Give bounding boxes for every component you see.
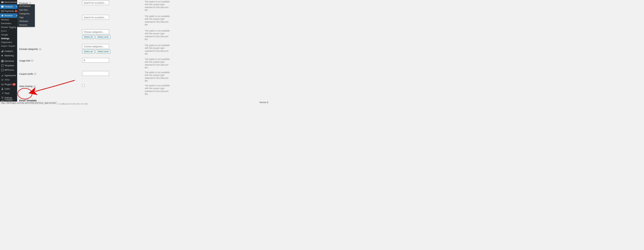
products-flyout: All Products Add New Categories Tags Att… <box>17 4 35 27</box>
sidebar-item-appearance[interactable]: Appearance <box>0 73 17 78</box>
sidebar-label: Marketing <box>4 54 14 57</box>
help-icon[interactable] <box>33 85 36 88</box>
sidebar-label: Reviews <box>4 14 12 17</box>
svg-point-18 <box>2 97 2 98</box>
chart-bar-icon <box>1 50 4 53</box>
svg-rect-4 <box>1 11 4 11</box>
sidebar-label: WPForms <box>4 69 14 71</box>
archive-icon <box>1 5 4 8</box>
svg-rect-0 <box>1 1 4 3</box>
sidebar-sub-diagnostics[interactable]: Diagnostics <box>0 40 17 44</box>
help-icon[interactable] <box>29 2 31 4</box>
sidebar-item-wpforms[interactable]: WPForms <box>0 68 17 72</box>
sidebar-item-marketing[interactable]: Marketing <box>0 53 17 58</box>
sidebar-sub-google[interactable]: Google <box>0 33 17 37</box>
note-unavailable: The option is not available with the cou… <box>145 15 170 26</box>
emails-link[interactable]: Emails <box>77 103 84 104</box>
svg-rect-11 <box>2 61 3 61</box>
categories-input[interactable] <box>82 29 109 34</box>
plug-icon <box>1 83 4 86</box>
help-icon[interactable] <box>39 48 41 50</box>
sidebar-sub-qa[interactable]: Q & A <box>0 29 17 33</box>
star-icon <box>1 14 4 17</box>
admin-sidebar: WooCommerce Products Payments 1 Reviews … <box>0 0 17 104</box>
sidebar-item-yith[interactable]: YITH <box>0 78 17 82</box>
svg-rect-15 <box>1 69 4 71</box>
flyout-categories[interactable]: Categories <box>17 12 35 15</box>
sidebar-item-tools[interactable]: Tools <box>0 91 17 96</box>
svg-rect-3 <box>1 10 4 12</box>
svg-rect-7 <box>2 51 2 52</box>
svg-rect-10 <box>2 61 2 62</box>
sidebar-item-elementor[interactable]: Elementor <box>0 59 17 63</box>
sidebar-item-templates[interactable]: Templates <box>0 63 17 68</box>
sidebar-label: YITH <box>4 79 9 81</box>
sidebar-item-plugins[interactable]: Plugins 15 <box>0 82 17 87</box>
version-text: Version 6 <box>259 101 268 104</box>
user-icon <box>1 88 4 90</box>
brush-icon <box>1 74 4 77</box>
sidebar-sub-reviews[interactable]: Reviews <box>0 18 17 21</box>
flyout-tags[interactable]: Tags <box>17 15 35 19</box>
svg-rect-8 <box>3 50 3 52</box>
sidebar-label: Products <box>4 5 13 8</box>
elementor-icon <box>1 60 4 62</box>
sidebar-item-reviews[interactable]: Reviews <box>0 13 17 18</box>
sidebar-label: Users <box>4 88 10 90</box>
sidebar-item-payments[interactable]: Payments 1 <box>0 9 17 13</box>
products-search-input-2[interactable] <box>82 15 109 20</box>
svg-rect-12 <box>2 61 3 61</box>
megaphone-icon <box>1 54 4 57</box>
sidebar-item-analytics[interactable]: Analytics <box>0 49 17 53</box>
sidebar-sub-reminders[interactable]: Reminders <box>0 21 17 25</box>
select-all-button[interactable]: Select all <box>82 35 94 39</box>
yith-icon <box>1 79 4 81</box>
svg-point-16 <box>2 88 3 89</box>
label-exclude-categories: Exclude categories <box>19 48 38 50</box>
main-content: Products The option is not available wit… <box>17 0 269 104</box>
sidebar-item-products[interactable]: Products <box>0 4 17 9</box>
sidebar-sub-settings[interactable]: Settings <box>0 37 17 40</box>
badge: 1 <box>15 10 17 12</box>
form-row-products: Products The option is not available wit… <box>19 0 267 11</box>
svg-rect-6 <box>1 51 2 52</box>
note-unavailable: The option is not available with the cou… <box>145 58 170 69</box>
exclude-categories-input[interactable] <box>82 44 109 49</box>
svg-rect-2 <box>1 6 4 6</box>
sidebar-label: Templates <box>4 64 14 67</box>
sidebar-label: Analytics <box>4 50 13 52</box>
sidebar-label: Appearance <box>4 74 16 77</box>
flyout-reviews[interactable]: Reviews <box>17 23 35 27</box>
sidebar-item-woocommerce[interactable]: WooCommerce <box>0 0 17 4</box>
label-allow-sharing: Allow sharing <box>19 85 32 88</box>
label-products: Products <box>19 2 28 4</box>
help-icon[interactable] <box>31 59 34 62</box>
allow-sharing-checkbox[interactable] <box>82 84 85 87</box>
sidebar-label: Payments <box>4 10 14 12</box>
flyout-attributes[interactable]: Attributes <box>17 19 35 23</box>
note-unavailable: The option is not available with the cou… <box>145 44 170 55</box>
svg-rect-14 <box>2 65 3 67</box>
flyout-all-products[interactable]: All Products <box>17 4 35 8</box>
note-unavailable: The option is not available with the cou… <box>145 84 170 95</box>
usage-limit-input[interactable] <box>82 58 109 63</box>
svg-rect-13 <box>2 61 3 62</box>
sidebar-label: Plugins <box>4 83 12 86</box>
woocommerce-icon <box>1 1 4 3</box>
select-all-button[interactable]: Select all <box>82 50 94 53</box>
select-none-button[interactable]: Select none <box>96 35 110 39</box>
coupon-prefix-input[interactable] <box>82 71 109 76</box>
sidebar-sub-import-export[interactable]: Import / Export <box>0 44 17 48</box>
sidebar-item-users[interactable]: Users <box>0 87 17 91</box>
products-search-input[interactable] <box>82 0 109 5</box>
select-none-button[interactable]: Select none <box>96 50 110 53</box>
note-unavailable: The option is not available with the cou… <box>145 29 170 41</box>
flyout-add-new[interactable]: Add New <box>17 8 35 12</box>
form-row-allow-sharing: Allow sharing The option is not availabl… <box>19 84 267 95</box>
badge: 15 <box>12 83 16 86</box>
browser-statusbar: https://derdragon.com/wp-admin/edit.php?… <box>0 102 57 104</box>
sidebar-sub-review-tagging[interactable]: Review Tagging <box>0 25 17 29</box>
sidebar-label: Tools <box>4 92 10 95</box>
svg-rect-1 <box>1 6 4 7</box>
help-icon[interactable] <box>34 73 36 75</box>
